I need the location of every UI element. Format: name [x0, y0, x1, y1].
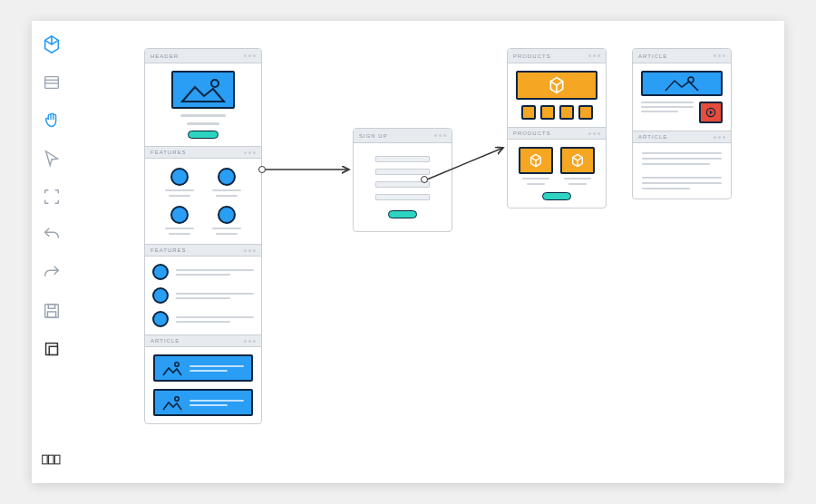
- product-thumb: [559, 105, 574, 120]
- text-line: [641, 102, 694, 103]
- play-button: [699, 102, 723, 123]
- toolbar: [32, 21, 72, 483]
- svg-rect-9: [49, 455, 54, 464]
- text-line: [176, 293, 254, 295]
- inspect-icon[interactable]: [41, 449, 63, 470]
- text-line: [527, 183, 545, 185]
- section-title: FEATURES: [151, 247, 187, 253]
- assets-icon[interactable]: [41, 34, 63, 55]
- product-thumb: [521, 105, 536, 120]
- frame-title: ARTICLE: [638, 53, 667, 59]
- section-title: PRODUCTS: [513, 131, 551, 136]
- redo-icon[interactable]: [41, 262, 63, 284]
- save-icon[interactable]: [41, 300, 63, 322]
- subheader-article: ARTICLE: [145, 334, 261, 347]
- section-features1: [145, 159, 261, 244]
- traffic-dots: [588, 132, 600, 135]
- traffic-dots: [714, 136, 725, 139]
- app-window: HEADER FEATURES: [32, 21, 784, 483]
- article-body: [633, 143, 731, 199]
- product-card: [560, 147, 595, 174]
- subheader-features2: FEATURES: [145, 244, 261, 257]
- traffic-dots: [588, 54, 600, 57]
- text-line: [212, 228, 241, 229]
- subheader-products2: PRODUCTS: [508, 127, 606, 140]
- text-line: [187, 122, 219, 125]
- connector-handle[interactable]: [258, 166, 266, 173]
- cta-button: [542, 192, 571, 200]
- text-line: [564, 178, 591, 179]
- wireframe-icon[interactable]: [41, 72, 63, 93]
- frame-header-products: PRODUCTS: [508, 49, 606, 63]
- svg-point-11: [211, 80, 219, 87]
- text-line: [169, 195, 190, 197]
- text-line: [176, 316, 254, 318]
- canvas[interactable]: HEADER FEATURES: [72, 21, 784, 483]
- svg-rect-10: [54, 455, 60, 464]
- subheader-article2: ARTICLE: [633, 131, 731, 143]
- frame-header-article: ARTICLE: [633, 49, 731, 63]
- frame-products[interactable]: PRODUCTS PRODUCTS: [507, 48, 607, 208]
- text-line: [522, 178, 549, 179]
- svg-rect-5: [47, 312, 55, 317]
- product-hero: [516, 71, 597, 100]
- frame-icon[interactable]: [41, 186, 63, 208]
- hero-image: [171, 71, 235, 109]
- pointer-icon[interactable]: [41, 148, 63, 170]
- svg-point-12: [175, 363, 179, 366]
- frame-header-main: HEADER: [145, 49, 261, 63]
- article-image: [641, 71, 723, 96]
- hand-icon[interactable]: [41, 110, 63, 131]
- text-line: [642, 152, 722, 154]
- article-top: [633, 63, 731, 131]
- product-card: [519, 147, 553, 174]
- text-line: [642, 188, 690, 189]
- text-line: [176, 297, 230, 299]
- feature-icon: [170, 206, 189, 224]
- signup-form: [354, 143, 452, 231]
- connector-handle[interactable]: [421, 176, 428, 183]
- section-header: [145, 63, 261, 146]
- frame-header-signup: SIGN UP: [354, 129, 452, 143]
- frame-title: HEADER: [151, 53, 179, 59]
- text-line: [568, 183, 587, 185]
- products-top: [508, 63, 606, 127]
- input-field: [375, 169, 430, 175]
- traffic-dots: [244, 249, 256, 252]
- products-bottom: [508, 140, 606, 208]
- frame-article[interactable]: ARTICLE ARTI: [632, 48, 732, 199]
- article-card: [153, 389, 253, 416]
- feature-icon: [170, 168, 189, 186]
- text-line: [642, 177, 722, 179]
- undo-icon[interactable]: [41, 224, 63, 246]
- submit-button: [388, 210, 417, 218]
- svg-rect-4: [48, 305, 54, 309]
- traffic-dots: [244, 54, 256, 57]
- section-title: FEATURES: [151, 150, 187, 155]
- input-field: [375, 156, 430, 162]
- frame-main[interactable]: HEADER FEATURES: [144, 48, 262, 424]
- text-line: [176, 269, 254, 271]
- cta-button: [188, 131, 219, 139]
- text-line: [180, 114, 226, 117]
- feature-icon: [152, 287, 169, 304]
- text-line: [641, 111, 678, 112]
- text-line: [176, 321, 230, 323]
- text-line: [165, 228, 194, 229]
- traffic-dots: [244, 151, 256, 154]
- text-line: [216, 233, 238, 235]
- product-thumb: [578, 105, 593, 120]
- artboard-icon[interactable]: [41, 338, 63, 360]
- traffic-dots: [714, 54, 725, 57]
- frame-title: PRODUCTS: [513, 53, 551, 59]
- feature-icon: [152, 264, 169, 280]
- text-line: [176, 274, 230, 276]
- section-title: ARTICLE: [151, 338, 180, 344]
- text-line: [642, 158, 722, 160]
- text-line: [169, 233, 190, 235]
- article-card: [153, 354, 253, 382]
- frame-signup[interactable]: SIGN UP: [353, 128, 452, 232]
- subheader-features1: FEATURES: [145, 146, 261, 159]
- svg-rect-7: [49, 346, 57, 354]
- section-article: [145, 347, 261, 423]
